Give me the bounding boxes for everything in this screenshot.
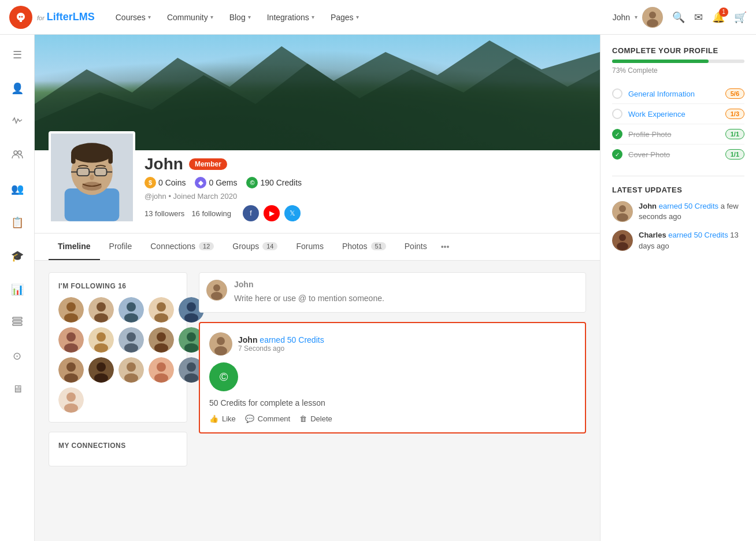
compose-text-input[interactable] — [234, 291, 579, 305]
compose-input[interactable]: John — [234, 280, 579, 305]
delete-button[interactable]: 🗑 Delete — [299, 414, 332, 423]
search-icon[interactable]: 🔍 — [672, 11, 685, 24]
like-button[interactable]: 👍 Like — [209, 414, 236, 423]
groups-count: 14 — [262, 242, 277, 250]
sidebar-person-icon[interactable]: 👤 — [6, 77, 28, 99]
gem-icon: ◆ — [195, 177, 206, 188]
tab-groups[interactable]: Groups 14 — [223, 234, 287, 260]
profile-tabs: Timeline Profile Connections 12 Groups 1… — [35, 234, 600, 261]
svg-point-76 — [211, 292, 223, 300]
cp-item-cover[interactable]: ✓ Cover Photo 1/1 — [612, 144, 744, 164]
following-avatar-4[interactable] — [149, 297, 174, 323]
connections-count: 12 — [199, 242, 214, 250]
svg-point-48 — [127, 332, 136, 342]
lu-avatar-john — [612, 201, 633, 222]
svg-point-66 — [157, 362, 166, 372]
followers-count[interactable]: 13 followers — [144, 209, 184, 218]
nav-integrations[interactable]: Integrations ▾ — [260, 8, 321, 27]
tab-profile[interactable]: Profile — [100, 234, 142, 260]
following-avatar-12[interactable] — [88, 357, 114, 383]
svg-point-79 — [214, 346, 227, 355]
lu-action-1[interactable]: earned 50 Credits — [659, 202, 718, 210]
progress-text: 73% Complete — [612, 66, 744, 75]
sidebar-tasks-icon[interactable] — [8, 312, 27, 334]
sidebar-menu-icon[interactable]: ☰ — [8, 44, 27, 66]
following-avatar-2[interactable] — [88, 297, 114, 323]
tab-photos[interactable]: Photos 51 — [333, 234, 395, 260]
following-avatar-7[interactable] — [88, 327, 114, 353]
logo[interactable]: for LifterLMS — [9, 6, 95, 29]
svg-point-16 — [71, 143, 113, 162]
svg-point-58 — [64, 373, 78, 383]
svg-point-3 — [649, 12, 656, 18]
tab-more[interactable]: ••• — [436, 234, 454, 260]
svg-point-30 — [97, 302, 106, 312]
post-time: 7 Seconds ago — [238, 344, 324, 353]
following-avatar-8[interactable] — [118, 327, 144, 353]
coins-label: 0 Coins — [158, 178, 186, 187]
lu-action-2[interactable]: earned 50 Credits — [668, 231, 728, 239]
svg-point-55 — [184, 343, 198, 353]
sidebar-chart-icon[interactable]: 📊 — [6, 279, 28, 301]
post-user-avatar — [209, 332, 232, 355]
svg-point-60 — [97, 362, 106, 372]
following-grid — [58, 297, 177, 413]
following-count[interactable]: 16 following — [191, 209, 231, 218]
cp-label-general: General Information — [628, 90, 720, 98]
nav-user[interactable]: John ▾ — [613, 7, 663, 28]
mail-icon[interactable]: ✉ — [694, 11, 703, 24]
tab-points[interactable]: Points — [395, 234, 436, 260]
svg-rect-20 — [95, 168, 107, 176]
sidebar-groups-icon[interactable] — [7, 145, 28, 166]
sidebar-graduation-icon[interactable]: 🎓 — [6, 245, 28, 267]
following-avatar-9[interactable] — [149, 327, 174, 353]
sidebar-activity-icon[interactable] — [8, 111, 27, 134]
following-avatar-14[interactable] — [149, 357, 174, 383]
comment-button[interactable]: 💬 Comment — [245, 414, 290, 423]
following-avatar-11[interactable] — [58, 357, 84, 383]
svg-rect-9 — [13, 324, 22, 325]
sidebar-circle-icon[interactable]: ⊙ — [8, 345, 26, 367]
sidebar-screen-icon[interactable]: 🖥 — [8, 379, 27, 400]
cp-item-photo[interactable]: ✓ Profile Photo 1/1 — [612, 124, 744, 144]
svg-point-37 — [154, 313, 168, 323]
twitter-icon[interactable]: 𝕏 — [284, 205, 301, 221]
coins-item: $ 0 Coins — [144, 177, 186, 188]
youtube-icon[interactable]: ▶ — [264, 205, 280, 221]
nav-blog[interactable]: Blog ▾ — [223, 8, 258, 27]
svg-point-0 — [19, 16, 21, 17]
sidebar-people-icon[interactable]: 👥 — [6, 178, 28, 200]
svg-point-34 — [124, 313, 138, 323]
svg-point-33 — [127, 302, 136, 312]
following-avatar-6[interactable] — [58, 327, 84, 353]
following-avatar-16[interactable] — [58, 387, 84, 413]
cart-icon[interactable]: 🛒 — [734, 11, 747, 24]
right-panel: COMPLETE YOUR PROFILE 73% Complete Gener… — [600, 35, 756, 541]
following-avatar-3[interactable] — [118, 297, 144, 323]
sidebar-list-icon[interactable]: 📋 — [6, 212, 28, 234]
svg-point-31 — [94, 313, 108, 323]
svg-point-40 — [184, 313, 198, 323]
cp-item-general[interactable]: General Information 5/6 — [612, 84, 744, 104]
following-avatar-13[interactable] — [118, 357, 144, 383]
facebook-icon[interactable]: f — [243, 205, 259, 221]
post-credit-icon: © — [220, 370, 228, 384]
tab-timeline[interactable]: Timeline — [49, 234, 100, 260]
cp-item-work[interactable]: Work Experience 1/3 — [612, 104, 744, 124]
nav-courses[interactable]: Courses ▾ — [109, 8, 158, 27]
svg-point-72 — [66, 392, 76, 402]
cp-label-work: Work Experience — [628, 110, 720, 118]
tab-forums[interactable]: Forums — [287, 234, 332, 260]
lu-text-1: John earned 50 Credits a few seconds ago — [639, 201, 744, 222]
gems-item: ◆ 0 Gems — [195, 177, 237, 188]
lu-text-2: Charles earned 50 Credits 13 days ago — [639, 230, 744, 251]
nav-community[interactable]: Community ▾ — [160, 8, 220, 27]
nav-pages[interactable]: Pages ▾ — [324, 8, 366, 27]
tab-connections[interactable]: Connections 12 — [141, 234, 223, 260]
main-wrapper: John Member $ 0 Coins ◆ 0 Gems — [35, 35, 756, 541]
following-avatar-1[interactable] — [58, 297, 84, 323]
notification-badge: 1 — [719, 8, 728, 17]
notification-icon[interactable]: 🔔 1 — [712, 11, 725, 24]
post-credit-text: 50 Credits for complete a lesson — [209, 398, 576, 407]
cp-radio-work — [612, 109, 622, 119]
